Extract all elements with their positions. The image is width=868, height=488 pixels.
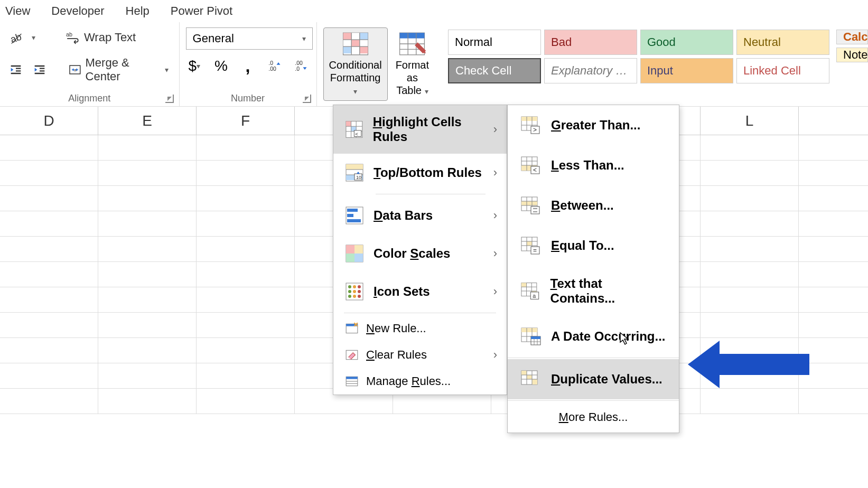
- svg-text:>: >: [533, 126, 537, 134]
- svg-text:ab: ab: [66, 31, 72, 37]
- conditional-formatting-menu: < Highlight Cells Rules › 10 Top/Bottom …: [333, 105, 507, 395]
- orientation-caret[interactable]: ▾: [32, 33, 35, 42]
- chevron-right-icon: ›: [493, 285, 497, 298]
- svg-point-56: [348, 285, 351, 288]
- conditional-formatting-icon: [342, 31, 369, 57]
- svg-rect-12: [359, 33, 368, 40]
- svg-rect-10: [343, 33, 351, 40]
- style-input[interactable]: Input: [640, 58, 733, 83]
- svg-rect-124: [521, 371, 527, 375]
- conditional-formatting-button[interactable]: ConditionalFormatting ▾: [323, 27, 388, 101]
- svg-rect-18: [359, 46, 368, 53]
- menu-developer[interactable]: Developer: [51, 4, 104, 18]
- cf-new-rule[interactable]: New Rule...: [333, 315, 507, 342]
- svg-point-64: [358, 295, 361, 298]
- rule-text-contains[interactable]: a Text that Contains...: [508, 266, 679, 316]
- rule-less-than[interactable]: < Less Than...: [508, 145, 679, 185]
- currency-button[interactable]: $ ▾: [186, 56, 203, 76]
- svg-rect-13: [343, 40, 351, 46]
- wraptext-button[interactable]: ab Wrap Text: [62, 29, 140, 46]
- cf-label-line1: Conditional: [329, 59, 382, 71]
- mergecenter-label: Merge & Center: [86, 56, 161, 83]
- decrease-decimal-button[interactable]: .00.0: [293, 56, 310, 76]
- svg-rect-88: [521, 201, 537, 205]
- number-launcher[interactable]: [303, 95, 311, 103]
- rule-between[interactable]: Between...: [508, 185, 679, 226]
- svg-rect-16: [343, 46, 351, 53]
- comma-button[interactable]: ,: [239, 56, 257, 76]
- cf-data-bars[interactable]: Data Bars ›: [333, 196, 507, 234]
- number-group-label: Number: [231, 93, 265, 104]
- svg-rect-93: [531, 207, 539, 214]
- percent-button[interactable]: %: [212, 56, 230, 76]
- cf-top-bottom-rules[interactable]: 10 Top/Bottom Rules ›: [333, 154, 507, 192]
- cf-highlight-cells-rules[interactable]: < Highlight Cells Rules ›: [333, 105, 507, 154]
- number-format-dropdown[interactable]: General ▾: [186, 27, 313, 50]
- wraptext-label: Wrap Text: [84, 31, 136, 44]
- svg-rect-47: [347, 209, 358, 212]
- number-format-value: General: [193, 32, 234, 45]
- rule-date-occurring[interactable]: A Date Occurring...: [508, 316, 679, 356]
- chevron-right-icon: ›: [493, 348, 497, 362]
- svg-rect-69: [346, 377, 358, 379]
- style-normal[interactable]: Normal: [448, 30, 541, 55]
- style-bad[interactable]: Bad: [544, 30, 637, 55]
- cf-icon-sets[interactable]: Icon Sets ›: [333, 273, 507, 311]
- svg-rect-11: [351, 33, 360, 40]
- alignment-launcher[interactable]: [165, 95, 174, 103]
- svg-rect-51: [346, 245, 354, 254]
- menu-view[interactable]: View: [5, 4, 30, 18]
- svg-rect-73: [521, 117, 537, 121]
- svg-rect-105: [521, 283, 527, 287]
- style-linked-cell[interactable]: Linked Cell: [736, 58, 829, 83]
- style-check-cell[interactable]: Check Cell: [448, 58, 541, 83]
- svg-text:.00: .00: [295, 60, 303, 66]
- style-neutral[interactable]: Neutral: [736, 30, 829, 55]
- col-header-d[interactable]: D: [0, 107, 98, 135]
- svg-rect-53: [346, 254, 354, 262]
- col-header-f[interactable]: F: [197, 107, 295, 135]
- style-note[interactable]: Note: [836, 48, 868, 62]
- increase-decimal-button[interactable]: .0.00: [266, 56, 283, 76]
- chevron-right-icon: ›: [493, 247, 497, 260]
- fat-label-line2: Table: [396, 85, 422, 96]
- menu-powerpivot[interactable]: Power Pivot: [171, 4, 232, 18]
- svg-text:.0: .0: [268, 60, 273, 66]
- svg-point-58: [358, 285, 361, 288]
- increase-indent-button[interactable]: [30, 60, 49, 80]
- rule-equal-to[interactable]: = Equal To...: [508, 226, 679, 266]
- svg-text:10: 10: [356, 175, 361, 180]
- svg-text:=: =: [533, 247, 537, 254]
- svg-text:.0: .0: [295, 65, 300, 72]
- rule-duplicate-values[interactable]: Duplicate Values...: [508, 359, 679, 399]
- style-explanatory[interactable]: Explanatory …: [544, 58, 637, 83]
- group-styles-buttons: ConditionalFormatting ▾ Format asTable ▾: [317, 22, 442, 106]
- cf-manage-rules[interactable]: Manage Rules...: [333, 368, 507, 395]
- cf-color-scales[interactable]: Color Scales ›: [333, 234, 507, 273]
- rule-greater-than[interactable]: > Greater Than...: [508, 105, 679, 145]
- svg-rect-54: [354, 254, 363, 262]
- svg-text:<: <: [355, 131, 358, 137]
- decrease-indent-button[interactable]: [6, 60, 25, 80]
- svg-point-63: [353, 295, 356, 298]
- col-header-l[interactable]: L: [701, 107, 799, 135]
- svg-rect-15: [359, 40, 368, 46]
- mergecenter-button[interactable]: a Merge & Center ▾: [64, 54, 173, 86]
- svg-rect-126: [532, 379, 537, 384]
- mergecenter-caret[interactable]: ▾: [165, 65, 169, 74]
- svg-point-60: [353, 290, 356, 293]
- orientation-button[interactable]: ab: [6, 27, 26, 48]
- style-good[interactable]: Good: [640, 30, 733, 55]
- col-header-e[interactable]: E: [98, 107, 197, 135]
- format-as-table-button[interactable]: Format asTable ▾: [390, 27, 435, 101]
- svg-rect-125: [527, 375, 532, 379]
- style-calculation[interactable]: Calc: [836, 30, 868, 44]
- cf-label-line2: Formatting: [330, 72, 381, 83]
- menu-help[interactable]: Help: [126, 4, 150, 18]
- rule-more-rules[interactable]: More Rules...: [508, 402, 679, 433]
- svg-point-61: [358, 290, 361, 293]
- svg-point-59: [348, 290, 351, 293]
- cf-clear-rules[interactable]: Clear Rules ›: [333, 342, 507, 368]
- group-number: General ▾ $ ▾ % , .0.00 .00.0 Number: [180, 22, 317, 106]
- chevron-right-icon: ›: [493, 123, 497, 136]
